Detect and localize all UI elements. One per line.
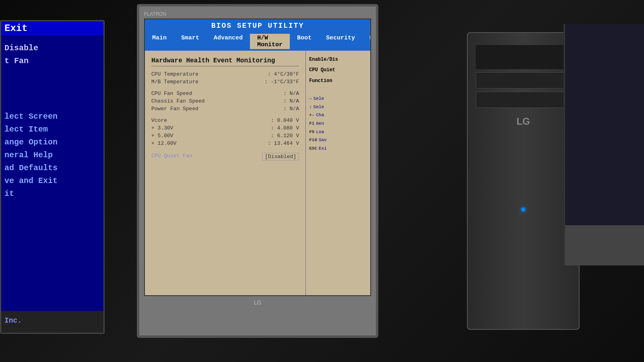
key-esc-desc: Exi: [319, 145, 327, 152]
key-row-esc: ESC Exi: [309, 145, 367, 152]
key-row-plusminus: +- Cha: [309, 111, 367, 119]
v330-label: + 3.30V: [151, 125, 173, 131]
cpu-temp-value: : 4°C/39°F: [268, 71, 299, 77]
cpu-quiet-fan-row: CPU Quiet Fan [Disabled]: [151, 153, 299, 160]
chassis-fan-label: Chassis Fan Speed: [151, 98, 205, 104]
left-exit-bar: Exit: [1, 21, 103, 35]
left-monitor: Exit Disable t Fan lect Screen lect Item…: [0, 20, 105, 334]
power-fan-label: Power Fan Speed: [151, 106, 198, 112]
v500-row: + 5.00V : 6.120 V: [151, 133, 299, 139]
tower-power-light: [521, 208, 525, 212]
tower-optical-drive-1: [476, 72, 571, 88]
nav-security[interactable]: Security: [319, 34, 362, 49]
bios-content: Hardware Health Event Monitoring CPU Tem…: [145, 51, 370, 296]
nav-smart[interactable]: Smart: [174, 34, 206, 49]
key-row-f10: F10 Sav: [309, 136, 367, 144]
key-esc-icon: ESC: [309, 145, 317, 152]
left-monitor-screen: Exit Disable t Fan lect Screen lect Item…: [1, 21, 103, 311]
right-title-line3: Function: [309, 77, 367, 85]
key-plusminus-icon: +-: [309, 111, 314, 119]
tower-drive-bay: [476, 45, 571, 69]
nav-main[interactable]: Main: [145, 34, 174, 49]
v500-label: + 5.00V: [151, 133, 173, 139]
key-leftright-icon: ↔: [309, 95, 312, 103]
key-row-f1: F1 Gen: [309, 120, 367, 128]
right-title-line2: CPU Quiet: [309, 66, 367, 74]
left-item-select-item: lect Item: [4, 123, 100, 136]
key-f9-desc: Loa: [316, 128, 324, 136]
v330-row: + 3.30V : 4.080 V: [151, 125, 299, 131]
key-updown-icon: ↕: [309, 103, 312, 111]
mb-temp-label: M/B Temperature: [151, 79, 198, 85]
cpu-quiet-value: [Disabled]: [262, 153, 299, 160]
computer-tower: LG: [467, 32, 580, 330]
v330-value: : 4.080 V: [271, 125, 299, 131]
key-f1-icon: F1: [309, 120, 314, 128]
left-item-fan: t Fan: [4, 55, 100, 68]
monitor-brand: FLATRON: [144, 11, 371, 17]
mb-temp-row: M/B Temperature : -1°C/33°F: [151, 79, 299, 85]
nav-exit[interactable]: Exit: [362, 34, 371, 49]
mb-temp-value: : -1°C/33°F: [264, 79, 299, 85]
key-row-arrows: ↔ Sele: [309, 95, 367, 103]
nav-boot[interactable]: Boot: [290, 34, 319, 49]
key-f9-icon: F9: [309, 128, 314, 136]
tower-logo: LG: [468, 116, 579, 127]
chassis-fan-row: Chassis Fan Speed : N/A: [151, 98, 299, 104]
power-fan-row: Power Fan Speed : N/A: [151, 106, 299, 112]
right-title-line1: Enable/Dis: [309, 56, 367, 64]
spacer-1: [151, 86, 299, 90]
spacer-2: [151, 113, 299, 117]
power-fan-value: : N/A: [283, 106, 299, 112]
right-monitor-partial: [564, 24, 644, 265]
cpu-fan-row: CPU Fan Speed : N/A: [151, 90, 299, 97]
left-item-exit: it: [4, 187, 100, 200]
tower-optical-drive-2: [476, 92, 571, 108]
left-item-general-help: neral Help: [4, 149, 100, 162]
cpu-temp-row: CPU Temperature : 4°C/39°F: [151, 71, 299, 77]
left-item-change-option: ange Option: [4, 136, 100, 149]
bios-title: BIOS SETUP UTILITY: [145, 19, 370, 32]
bios-screen: BIOS SETUP UTILITY Main Smart Advanced H…: [144, 19, 371, 296]
monitor-bezel: FLATRON BIOS SETUP UTILITY Main Smart Ad…: [139, 6, 376, 335]
cpu-temp-label: CPU Temperature: [151, 71, 198, 77]
left-exit-label: Exit: [4, 23, 28, 34]
section-title: Hardware Health Event Monitoring: [151, 57, 299, 66]
v1200-label: + 12.00V: [151, 140, 176, 146]
bios-right-panel: Enable/Dis CPU Quiet Function ↔ Sele ↕ S…: [306, 51, 370, 296]
key-leftright-desc: Sele: [314, 95, 324, 103]
left-item-disable: Disable: [4, 42, 100, 55]
key-f10-desc: Sav: [319, 136, 327, 144]
left-screen-content: Disable t Fan lect Screen lect Item ange…: [1, 39, 103, 204]
key-row-updown: ↕ Sele: [309, 103, 367, 111]
v500-value: : 6.120 V: [271, 133, 299, 139]
key-row-f9: F9 Loa: [309, 128, 367, 136]
v1200-row: + 12.00V : 13.464 V: [151, 140, 299, 146]
bios-right-help: Enable/Dis CPU Quiet Function ↔ Sele ↕ S…: [309, 56, 367, 152]
nav-hwmonitor[interactable]: H/W Monitor: [250, 34, 290, 49]
key-updown-desc: Sele: [314, 103, 324, 111]
vcore-label: Vcore: [151, 117, 167, 123]
right-monitor-screen: [565, 24, 644, 225]
nav-advanced[interactable]: Advanced: [206, 34, 250, 49]
key-plusminus-desc: Cha: [316, 111, 324, 119]
center-monitor: FLATRON BIOS SETUP UTILITY Main Smart Ad…: [137, 4, 378, 338]
left-item-load-defaults: ad Defaults: [4, 162, 100, 175]
key-f1-desc: Gen: [316, 120, 324, 128]
vcore-row: Vcore : 0.040 V: [151, 117, 299, 123]
bios-left-panel: Hardware Health Event Monitoring CPU Tem…: [145, 51, 306, 296]
cpu-quiet-label: CPU Quiet Fan: [151, 153, 192, 160]
monitor-bottom-brand: LG: [144, 299, 371, 306]
cpu-fan-value: : N/A: [283, 90, 299, 97]
v1200-value: : 13.464 V: [268, 140, 299, 146]
left-item-select-screen: lect Screen: [4, 110, 100, 123]
chassis-fan-value: : N/A: [283, 98, 299, 104]
left-item-save-exit: ve and Exit: [4, 175, 100, 187]
cpu-fan-label: CPU Fan Speed: [151, 90, 192, 97]
key-f10-icon: F10: [309, 136, 317, 144]
bios-nav: Main Smart Advanced H/W Monitor Boot Sec…: [145, 32, 370, 51]
vcore-value: : 0.040 V: [271, 117, 299, 123]
